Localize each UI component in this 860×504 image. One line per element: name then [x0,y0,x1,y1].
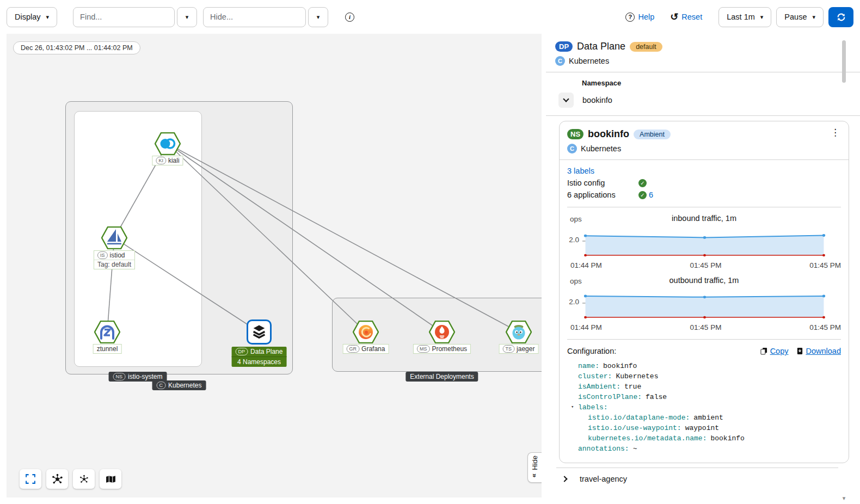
sync-icon [837,13,846,22]
collapse-chevrons-icon: » [531,474,539,477]
chart-plot [582,290,827,322]
graph-layout-button[interactable] [46,469,68,489]
jaeger-icon [513,325,525,339]
download-icon [796,347,803,355]
dataplane-badge: DP [555,41,573,52]
display-dropdown[interactable]: Display ▾ [7,7,57,27]
cluster-name: Kubernetes [581,144,621,153]
map-icon [106,475,116,483]
yaml-line: isAmbient:true [578,382,841,392]
fit-to-screen-button[interactable] [20,469,41,489]
graph-node-kiali[interactable] [155,132,181,155]
node-type-badge: IS [97,251,108,259]
collapse-namespace-button[interactable] [558,93,574,108]
check-circle-icon: ✓ [638,179,647,187]
find-input[interactable] [73,7,175,27]
graph-node-label-prometheus[interactable]: MS Prometheus [413,344,471,354]
chart-x-tick: 01:44 PM [570,261,602,269]
namespace-row-label: travel-agency [580,475,627,483]
chart-x-tick: 01:44 PM [570,323,602,331]
chart-y-unit: ops [570,277,582,285]
kebab-menu-icon[interactable]: ⋮ [831,128,840,137]
bookinfo-card-header: NS bookinfo Ambient C Kubernetes ⋮ [560,121,849,160]
graph-node-label-jaeger[interactable]: TS jaeger [499,344,539,354]
help-icon: ? [625,13,635,22]
dataplane-namespaces-label: 4 Namespaces [232,357,287,367]
namespace-layout-button[interactable] [73,469,95,489]
panel-title: Data Plane [577,41,625,52]
graph-node-label-dataplane[interactable]: DP Data Plane 4 Namespaces [232,347,287,367]
chart-y-unit: ops [570,215,582,223]
hide-tab-label: Hide [531,456,539,470]
graph-node-prometheus[interactable] [429,321,455,343]
graph-node-label-istiod[interactable]: IS istiod Tag: default [94,250,135,269]
prometheus-icon [435,325,449,339]
caret-down-icon: ▾ [317,14,320,20]
time-range-dropdown[interactable]: Last 1m ▾ [718,7,771,27]
help-link[interactable]: ? Help [625,13,654,22]
graph-node-jaeger[interactable] [506,321,532,343]
caret-down-icon: ▾ [760,14,764,20]
hide-input[interactable] [203,7,306,27]
graph-node-dataplane[interactable] [247,319,272,345]
caret-down-icon: ▾ [812,14,815,20]
hide-options-dropdown[interactable]: ▾ [308,7,328,27]
graph-node-label-grafana[interactable]: GR Grafana [343,344,389,354]
copy-icon [760,347,767,355]
namespace-row-label: bookinfo [582,96,612,105]
node-type-badge: KI [156,157,166,164]
namespace-column-header: Namespace [582,79,860,87]
yaml-line: name:bookinfo [578,361,841,371]
graph-node-ztunnel[interactable] [94,321,120,343]
chart-y-tick: 2.0 [561,236,579,244]
chart-x-tick: 01:45 PM [809,323,841,331]
pause-label: Pause [784,13,807,21]
download-config-link[interactable]: Download [796,347,841,355]
expand-icon [26,474,35,484]
pause-dropdown[interactable]: Pause ▾ [776,7,824,27]
time-range-label: Last 1m [727,13,755,21]
ambient-badge: Ambient [634,130,671,139]
chart-y-tick: 2.0 [561,298,579,306]
cluster-badge: C [555,56,565,66]
kubernetes-cluster-chip[interactable]: C Kubernetes [152,380,206,390]
namespace-row-bookinfo[interactable]: bookinfo [546,93,860,116]
graph-node-label-kiali[interactable]: KI kiali [152,156,183,165]
yaml-line: annotations:~ [578,444,841,454]
hide-panel-tab[interactable]: Hide » [527,452,542,483]
node-type-badge: GR [347,345,360,353]
legend-button[interactable] [100,469,121,489]
scroll-down-arrow-icon[interactable]: ▾ [840,495,847,502]
graph-node-label-ztunnel[interactable]: ztunnel [93,344,122,354]
namespace-name: bookinfo [588,128,629,140]
copy-config-link[interactable]: Copy [760,347,789,355]
scrollbar-thumb[interactable] [842,40,846,83]
applications-count-link[interactable]: 6 [649,190,653,199]
node-type-badge: DP [236,348,248,355]
chevron-right-icon [561,476,567,482]
collapse-caret-icon[interactable]: ▾ [571,402,574,413]
refresh-button[interactable] [828,7,853,27]
labels-link[interactable]: 3 labels [567,167,594,175]
panel-scrollbar[interactable]: ▾ [840,36,847,502]
node-type-badge: TS [503,345,515,353]
applications-label: 6 applications [567,190,638,199]
layout-icon [52,474,63,485]
graph-node-grafana[interactable] [353,321,379,343]
mesh-graph-panel: Dec 26, 01:43:02 PM ... 01:44:02 PM KI k… [7,34,542,497]
find-options-dropdown[interactable]: ▾ [177,7,197,27]
namespace-row-travel-agency[interactable]: travel-agency [546,468,860,489]
outbound-traffic-chart: ops outbound traffic, 1m 2.0 01:44 PM 01… [567,276,841,331]
external-deployments-chip[interactable]: External Deployments [406,372,478,382]
graph-toolbar [20,469,121,489]
info-icon[interactable]: i [345,13,354,22]
caret-down-icon: ▾ [46,14,50,20]
istio-config-label: Istio config [567,179,638,187]
layout-alt-icon [79,475,89,484]
grafana-icon [359,325,373,339]
chart-plot [582,228,827,260]
configuration-yaml: name:bookinfo cluster:Kubernetes isAmbie… [578,361,841,454]
graph-node-istiod[interactable] [101,226,127,249]
reset-link[interactable]: ↺ Reset [670,12,702,22]
display-dropdown-label: Display [15,13,41,21]
